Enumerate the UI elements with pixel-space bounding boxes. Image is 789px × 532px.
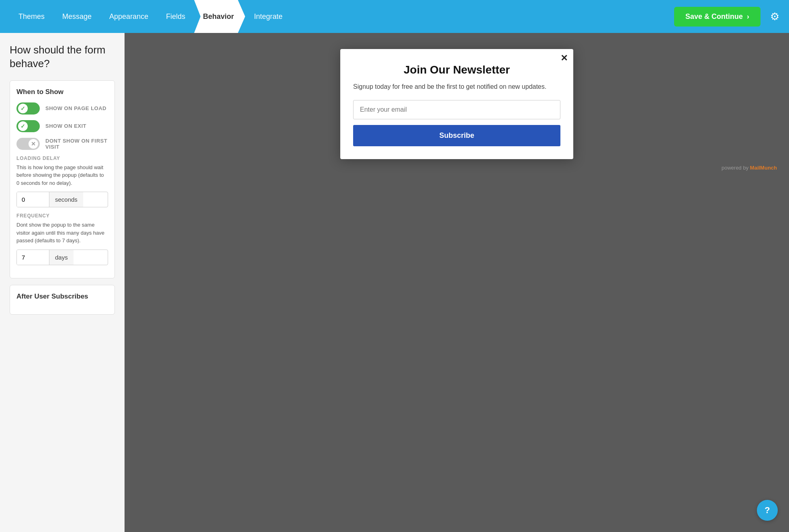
loading-delay-input-group: seconds (16, 192, 108, 207)
nav-item-themes[interactable]: Themes (10, 0, 53, 33)
popup-email-input[interactable] (353, 100, 560, 119)
loading-delay-label: LOADING DELAY (16, 156, 108, 161)
after-subscribes-title: After User Subscribes (16, 293, 108, 301)
nav-item-integrate[interactable]: Integrate (245, 0, 291, 33)
main-layout: How should the form behave? When to Show… (0, 33, 789, 532)
save-continue-button[interactable]: Save & Continue › (674, 7, 760, 27)
loading-delay-desc: This is how long the page should wait be… (16, 164, 108, 187)
toggle-label-page-load: SHOW ON PAGE LOAD (45, 105, 106, 111)
gear-icon[interactable]: ⚙ (770, 10, 779, 23)
check-icon: ✓ (20, 105, 25, 112)
when-to-show-card: When to Show ✓ SHOW ON PAGE LOAD ✓ (10, 80, 115, 278)
toggle-row-exit: ✓ SHOW ON EXIT (16, 120, 108, 132)
top-nav: Themes Message Appearance Fields Behavio… (0, 0, 789, 33)
frequency-desc: Dont show the popup to the same visitor … (16, 221, 108, 245)
nav-item-appearance[interactable]: Appearance (100, 0, 157, 33)
toggle-row-first-visit: ✕ DONT SHOW ON FIRST VISIT (16, 138, 108, 150)
popup-desc: Signup today for free and be the first t… (353, 82, 560, 92)
toggle-label-exit: SHOW ON EXIT (45, 123, 86, 129)
toggle-row-page-load: ✓ SHOW ON PAGE LOAD (16, 102, 108, 115)
mailmunch-brand: MailMunch (750, 165, 777, 171)
popup-subscribe-button[interactable]: Subscribe (353, 125, 560, 146)
cross-icon: ✕ (31, 141, 36, 147)
nav-item-fields[interactable]: Fields (157, 0, 194, 33)
after-subscribes-card: After User Subscribes (10, 285, 115, 315)
frequency-label: FREQUENCY (16, 213, 108, 219)
powered-by: powered by MailMunch (722, 165, 777, 171)
nav-item-behavior[interactable]: Behavior (194, 0, 245, 33)
nav-item-message[interactable]: Message (53, 0, 100, 33)
popup-modal: ✕ Join Our Newsletter Signup today for f… (340, 49, 573, 159)
left-panel: How should the form behave? When to Show… (0, 33, 125, 532)
loading-delay-input[interactable] (17, 192, 49, 207)
popup-close-button[interactable]: ✕ (560, 54, 568, 63)
popup-title: Join Our Newsletter (353, 63, 560, 76)
loading-delay-unit: seconds (49, 192, 83, 207)
frequency-input[interactable] (17, 250, 49, 265)
page-question: How should the form behave? (10, 43, 115, 71)
toggle-exit[interactable]: ✓ (16, 120, 40, 132)
frequency-input-group: days (16, 250, 108, 265)
frequency-unit: days (49, 250, 74, 265)
chevron-right-icon: › (747, 12, 749, 21)
right-panel: ✕ Join Our Newsletter Signup today for f… (125, 33, 789, 532)
help-button[interactable]: ? (757, 500, 778, 521)
toggle-label-first-visit: DONT SHOW ON FIRST VISIT (45, 138, 108, 150)
check-icon: ✓ (20, 123, 25, 129)
when-to-show-title: When to Show (16, 88, 108, 96)
toggle-page-load[interactable]: ✓ (16, 102, 40, 115)
toggle-first-visit[interactable]: ✕ (16, 138, 40, 150)
